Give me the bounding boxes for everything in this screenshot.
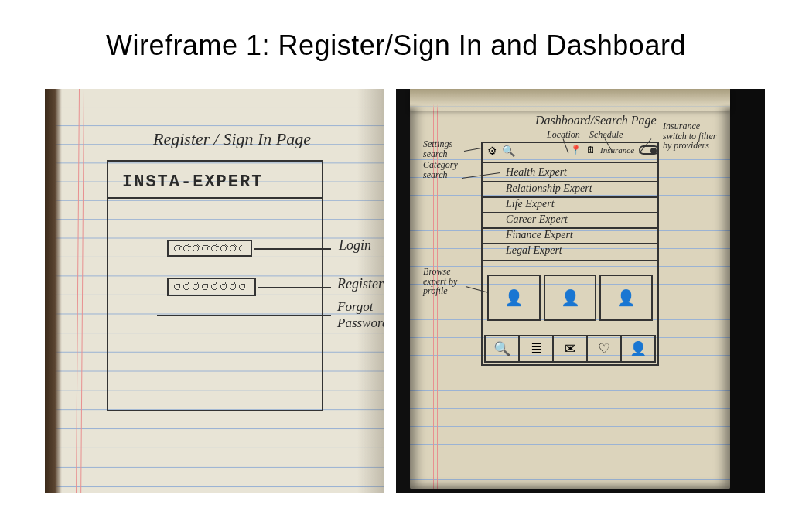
annotation-settings-search: Settings search [423,139,469,159]
nav-list[interactable]: ≣ [518,335,554,363]
nav-mail[interactable]: ✉ [552,335,588,363]
person-icon: 👤 [504,288,524,307]
category-item-1[interactable]: Relationship Expert [506,182,592,195]
forgot-password-link[interactable] [157,315,273,316]
insurance-label: Insurance [600,145,634,155]
nav-profile[interactable]: 👤 [620,335,656,363]
heart-icon: ♡ [598,340,610,357]
mail-icon: ✉ [565,340,576,357]
annotation-login: Login [339,237,371,254]
brand-underline [108,197,322,199]
expert-profile-row: 👤 👤 👤 [487,275,653,321]
expert-profile-card[interactable]: 👤 [599,275,653,321]
profile-icon: 👤 [630,340,647,357]
person-icon: 👤 [616,288,636,307]
category-item-3[interactable]: Career Expert [506,213,568,226]
category-divider [483,260,657,261]
category-item-4[interactable]: Finance Expert [506,229,573,241]
annotation-register: Register [337,276,384,292]
calendar-icon[interactable]: 🗓 [586,145,596,155]
wireframe-photo-dashboard: Dashboard/Search Page Location Schedule … [396,89,765,493]
brand-logo-text: INSTA-EXPERT [122,172,263,192]
annotation-leader-forgot [273,315,331,316]
annotation-schedule: Schedule [589,129,623,141]
nav-favorites[interactable]: ♡ [586,335,622,363]
toolbar-divider [483,162,657,163]
annotation-insurance: Insurance switch to filter by providers [663,121,725,151]
expert-profile-card[interactable]: 👤 [544,275,597,321]
signin-page-label: Register / Sign In Page [153,129,311,149]
dashboard-page-label: Dashboard/Search Page [535,114,657,128]
insurance-toggle[interactable] [639,145,659,155]
login-input-scribble [172,244,242,251]
category-item-2[interactable]: Life Expert [506,198,555,210]
gear-icon[interactable]: ⚙ [487,145,497,157]
annotation-forgot-l1: Forgot [337,299,374,315]
top-toolbar-left: ⚙ 🔍 [487,145,515,157]
annotation-leader-register [258,287,331,288]
nav-search[interactable]: 🔍 [484,335,520,363]
expert-profile-card[interactable]: 👤 [487,275,541,321]
annotation-forgot-l2: Password [337,315,384,331]
search-icon[interactable]: 🔍 [502,145,515,157]
pin-icon[interactable]: 📍 [570,145,582,155]
photos-row: Register / Sign In Page INSTA-EXPERT Log… [45,89,765,493]
category-item-5[interactable]: Legal Expert [506,244,562,257]
category-item-0[interactable]: Health Expert [506,166,567,179]
annotation-leader-login [254,248,331,250]
list-icon: ≣ [531,340,542,357]
annotation-browse-profile: Browse expert by profile [423,267,473,296]
person-icon: 👤 [561,288,580,307]
wireframe-photo-signin: Register / Sign In Page INSTA-EXPERT Log… [45,89,384,493]
bottom-nav: 🔍 ≣ ✉ ♡ 👤 [484,335,656,363]
page-title: Wireframe 1: Register/Sign In and Dashbo… [0,29,792,62]
register-input-scribble [172,282,246,290]
annotation-category-search: Category search [423,160,466,179]
search-icon: 🔍 [493,340,510,357]
top-toolbar-right: 📍 🗓 Insurance [570,145,659,155]
